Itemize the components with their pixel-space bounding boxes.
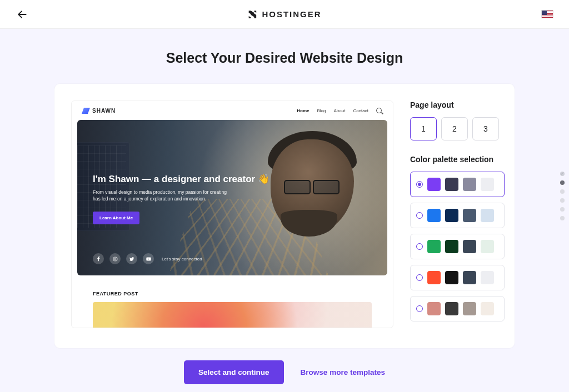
preview-hero-sub: From visual design to media production, … [93, 189, 232, 203]
progress-step [560, 189, 565, 194]
layout-option-2[interactable]: 2 [441, 117, 468, 140]
progress-step [560, 198, 565, 203]
brand-mark-icon [247, 9, 257, 19]
progress-step-current [560, 180, 565, 185]
brand-name: HOSTINGER [262, 9, 321, 19]
youtube-icon [143, 253, 154, 264]
palette-option-3[interactable] [410, 234, 505, 259]
back-button[interactable] [16, 8, 29, 21]
svg-point-3 [116, 258, 117, 258]
preview-hero-headline-text: I'm Shawn — a designer and creator [93, 174, 255, 184]
swatch-2 [445, 302, 458, 315]
swatch-4 [481, 271, 494, 284]
wave-emoji-icon: 👋 [258, 173, 269, 185]
swatch-3 [463, 209, 476, 222]
page-layout-heading: Page layout [410, 100, 505, 109]
radio-icon [416, 212, 423, 219]
swatch-2 [445, 209, 458, 222]
preview-brand: SHAWN [83, 108, 116, 114]
swatch-1 [427, 178, 441, 191]
progress-step-done [560, 172, 565, 176]
footer-actions: Select and continue Browse more template… [0, 360, 569, 384]
preview-social-row: Let's stay connected [93, 253, 202, 264]
progress-indicator [560, 172, 565, 220]
preview-nav-blog: Blog [317, 108, 326, 113]
page-title: Select Your Desired Website Design [0, 50, 569, 66]
progress-step [560, 216, 565, 220]
svg-point-2 [114, 258, 116, 260]
swatch-4 [481, 209, 494, 222]
preview-social-text: Let's stay connected [162, 257, 202, 262]
swatch-3 [463, 178, 476, 191]
arrow-left-icon [17, 9, 28, 20]
design-card: SHAWN Home Blog About Contact [54, 84, 515, 348]
preview-hero-headline: I'm Shawn — a designer and creator 👋 [93, 173, 372, 185]
preview-nav-home: Home [297, 108, 309, 113]
brand-logo: HOSTINGER [247, 9, 321, 19]
palette-option-5[interactable] [410, 296, 505, 321]
palette-option-2[interactable] [410, 203, 505, 228]
preview-nav: Home Blog About Contact [297, 108, 382, 113]
swatch-2 [445, 240, 458, 253]
swatch-4 [481, 240, 494, 253]
palette-option-4[interactable] [410, 265, 505, 290]
locale-flag-us[interactable] [541, 10, 553, 18]
swatch-4 [481, 302, 494, 315]
color-palette-heading: Color palette selection [410, 155, 505, 164]
preview-nav-about: About [334, 108, 346, 113]
swatch-3 [463, 271, 476, 284]
palette-option-1[interactable] [410, 172, 505, 197]
preview-column: SHAWN Home Blog About Contact [71, 100, 393, 348]
browse-templates-link[interactable]: Browse more templates [301, 368, 385, 376]
svg-rect-1 [113, 257, 117, 261]
radio-icon [416, 274, 423, 281]
palette-list [410, 172, 505, 321]
layout-option-1[interactable]: 1 [410, 117, 437, 140]
twitter-icon [126, 253, 137, 264]
preview-hero: I'm Shawn — a designer and creator 👋 Fro… [77, 120, 387, 275]
instagram-icon [109, 253, 121, 264]
swatch-4 [481, 178, 494, 191]
swatch-2 [445, 178, 458, 191]
swatch-1 [427, 209, 441, 222]
preview-header: SHAWN Home Blog About Contact [72, 101, 393, 120]
preview-brand-icon [82, 108, 90, 114]
preview-featured-image [93, 302, 372, 328]
layout-option-3[interactable]: 3 [472, 117, 499, 140]
select-continue-button[interactable]: Select and continue [184, 360, 284, 384]
radio-icon [416, 305, 423, 312]
preview-nav-contact: Contact [353, 108, 368, 113]
options-column: Page layout 1 2 3 Color palette selectio… [410, 100, 505, 348]
swatch-3 [463, 240, 476, 253]
template-preview[interactable]: SHAWN Home Blog About Contact [71, 100, 393, 328]
page-layout-options: 1 2 3 [410, 117, 505, 140]
swatch-1 [427, 302, 441, 315]
radio-icon [416, 243, 423, 250]
radio-icon [416, 181, 423, 188]
facebook-icon [93, 253, 104, 264]
top-bar: HOSTINGER [0, 0, 569, 29]
progress-step [560, 207, 565, 212]
swatch-3 [463, 302, 476, 315]
preview-featured-label: FEATURED POST [93, 291, 393, 296]
swatch-2 [445, 271, 458, 284]
preview-cta-button: Learn About Me [93, 212, 139, 224]
preview-person-graphic [221, 120, 387, 275]
search-icon [376, 108, 382, 113]
swatch-1 [427, 271, 441, 284]
swatch-1 [427, 240, 441, 253]
preview-site-name: SHAWN [92, 108, 116, 114]
